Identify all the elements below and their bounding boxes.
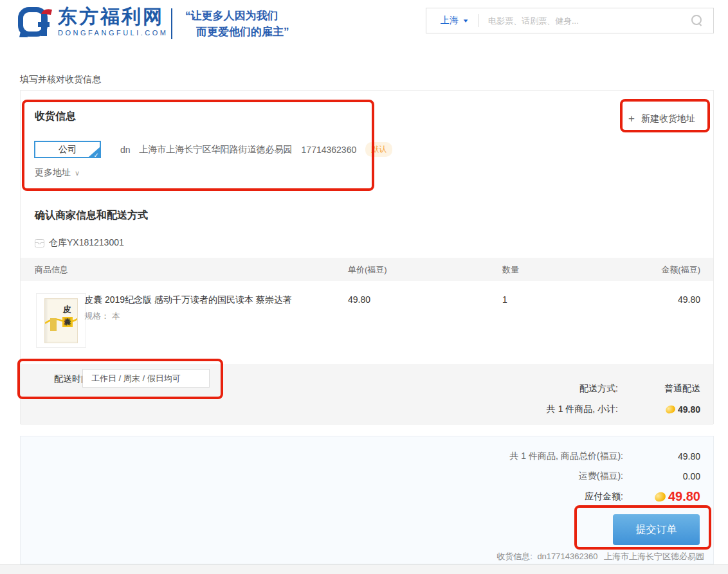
brand-domain: DONGFANGFULI.COM <box>58 29 168 37</box>
warehouse-icon <box>35 239 44 247</box>
subtotal-label: 共 1 件商品, 小计: <box>547 404 618 415</box>
brand-block: 东方福利网 DONGFANGFULI.COM <box>58 6 168 38</box>
city-selector[interactable]: 上海 ▼ <box>426 15 478 26</box>
footer-label: 收货信息: <box>496 552 532 561</box>
bean-currency-icon <box>653 490 667 503</box>
delivery-method-value: 普通配送 <box>618 383 700 395</box>
bean-currency-icon <box>664 404 676 415</box>
search-input[interactable] <box>479 16 691 26</box>
cover-seal <box>50 318 57 331</box>
delivery-method-label: 配送方式: <box>579 383 618 395</box>
delivery-time-select[interactable]: 工作日 / 周末 / 假日均可 <box>82 369 210 388</box>
freight-value: 0.00 <box>623 471 700 481</box>
spec-value: 本 <box>112 311 120 321</box>
payable-value: 49.80 <box>623 489 700 504</box>
address-row: 公司 ✓ dn 上海市上海长宁区华阳路街道德必易园 17714362360 默认 <box>34 141 392 158</box>
warehouse-row: 仓库YX181213001 <box>35 237 124 249</box>
default-badge: 默认 <box>365 142 392 157</box>
page-footer-strip <box>0 564 728 574</box>
order-panel: 收货信息 + 新建收货地址 公司 ✓ dn 上海市上海长宁区华阳路街道德必易园 … <box>20 90 714 424</box>
slogan-line1: “让更多人因为我们 <box>185 8 289 24</box>
subtotal-value: 49.80 <box>618 404 700 415</box>
col-product: 商品信息 <box>35 264 68 276</box>
col-unit-price: 单价(福豆) <box>348 264 387 276</box>
site-logo[interactable]: 东方福利网 DONGFANGFULI.COM <box>18 6 168 38</box>
total-row: 共 1 件商品, 商品总价(福豆): 49.80 <box>509 451 700 462</box>
spec-label: 规格： <box>84 311 109 321</box>
summary-footer: 收货信息: dn17714362360 上海市上海长宁区德必易园 <box>496 551 704 562</box>
plus-icon: + <box>628 112 635 125</box>
total-label: 共 1 件商品, 商品总价(福豆): <box>509 451 623 462</box>
header-divider <box>171 8 172 39</box>
product-spec: 规格： 本 <box>84 310 120 322</box>
shipping-section-title: 收货信息 <box>35 110 76 123</box>
cover-title-char-1: 皮 <box>63 304 71 316</box>
new-address-label: 新建收货地址 <box>641 113 695 125</box>
freight-row: 运费(福豆): 0.00 <box>579 471 700 482</box>
search-icon[interactable] <box>691 15 703 26</box>
table-header: 商品信息 单价(福豆) 数量 金额(福豆) <box>21 258 713 281</box>
more-addresses-link[interactable]: 更多地址∨ <box>35 167 80 179</box>
slogan-line2: 而更爱他们的雇主” <box>185 24 289 40</box>
more-addresses-label: 更多地址 <box>35 167 71 177</box>
subtotal-row: 共 1 件商品, 小计: 49.80 <box>547 404 700 415</box>
address-tag-label: 公司 <box>59 144 77 154</box>
summary-panel: 共 1 件商品, 商品总价(福豆): 49.80 运费(福豆): 0.00 应付… <box>20 436 714 564</box>
payable-label: 应付金额: <box>585 491 623 503</box>
recipient-name: dn <box>120 145 131 155</box>
payable-row: 应付金额: 49.80 <box>585 489 700 504</box>
freight-label: 运费(福豆): <box>579 471 623 482</box>
delivery-strip: 配送时间: 工作日 / 周末 / 假日均可 配送方式: 普通配送 共 1 件商品… <box>21 364 713 425</box>
address-tag-company[interactable]: 公司 ✓ <box>34 141 101 158</box>
check-icon: ✓ <box>94 152 99 158</box>
chevron-down-icon: ∨ <box>75 169 80 177</box>
new-address-button[interactable]: + 新建收货地址 <box>628 112 695 125</box>
brand-name: 东方福利网 <box>58 6 168 28</box>
table-row: 皮 囊 皮囊 2019纪念版 感动千万读者的国民读本 蔡崇达著 规格： 本 49… <box>21 281 713 358</box>
product-title[interactable]: 皮囊 2019纪念版 感动千万读者的国民读本 蔡崇达著 <box>84 294 292 306</box>
total-value: 49.80 <box>623 451 700 462</box>
warehouse-name: 仓库YX181213001 <box>49 237 124 249</box>
footer-address: 上海市上海长宁区德必易园 <box>604 552 704 561</box>
city-name: 上海 <box>441 15 459 26</box>
recipient-phone: 17714362360 <box>302 145 357 155</box>
footer-contact: dn17714362360 <box>537 552 597 561</box>
product-qty: 1 <box>502 294 507 305</box>
col-qty: 数量 <box>502 264 519 276</box>
search-bar: 上海 ▼ <box>426 8 714 33</box>
checkout-page: 东方福利网 DONGFANGFULI.COM “让更多人因为我们 而更爱他们的雇… <box>0 0 728 574</box>
product-unit-price: 49.80 <box>348 294 370 305</box>
logo-icon <box>18 6 54 38</box>
product-image[interactable]: 皮 囊 <box>36 293 86 348</box>
step-title: 填写并核对收货信息 <box>20 74 101 85</box>
col-amount: 金额(福豆) <box>661 264 700 276</box>
delivery-method-row: 配送方式: 普通配送 <box>579 383 700 395</box>
cover-title-char-2: 囊 <box>62 317 73 327</box>
book-cover: 皮 囊 <box>44 298 78 343</box>
slogan: “让更多人因为我们 而更爱他们的雇主” <box>185 8 289 40</box>
address-detail: 上海市上海长宁区华阳路街道德必易园 <box>140 144 293 156</box>
submit-order-button[interactable]: 提交订单 <box>613 514 700 545</box>
product-amount: 49.80 <box>678 294 700 305</box>
caret-down-icon: ▼ <box>462 18 469 24</box>
merchant-section-title: 确认商家信息和配送方式 <box>35 209 148 222</box>
